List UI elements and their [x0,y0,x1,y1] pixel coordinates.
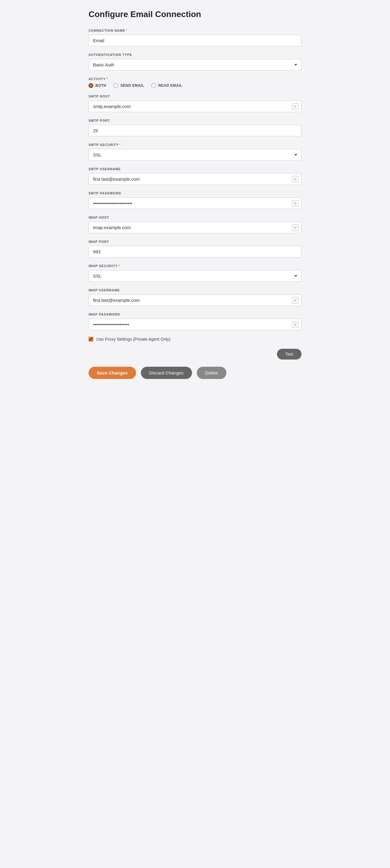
auth-type-select-wrapper: Basic Auth OAuth2 [89,59,301,70]
imap-username-input-wrapper: V [89,294,301,306]
test-button[interactable]: Test [277,349,301,360]
smtp-username-input-wrapper: V [89,173,301,185]
activity-group: ACTIVITY* BOTH SEND EMAIL READ EMAIL [89,77,301,88]
proxy-checkbox[interactable] [89,337,93,342]
imap-security-select-wrapper: SSL TLS None [89,270,301,282]
delete-button[interactable]: Delete [197,367,226,379]
proxy-settings-row: Use Proxy Settings (Private Agent Only) [89,337,301,342]
activity-radio-group: BOTH SEND EMAIL READ EMAIL [89,83,301,88]
smtp-username-variable-icon[interactable]: V [292,176,298,182]
smtp-password-input[interactable] [89,197,301,209]
smtp-username-group: SMTP USERNAME V [89,167,301,185]
smtp-security-group: SMTP SECURITY* SSL TLS None [89,143,301,161]
smtp-password-group: SMTP PASSWORD V [89,191,301,209]
required-asterisk: * [126,29,127,32]
auth-type-group: AUTHENTICATION TYPE Basic Auth OAuth2 [89,53,301,70]
activity-required: * [106,77,108,81]
test-button-row: Test [89,349,301,360]
imap-host-label: IMAP HOST [89,216,301,219]
smtp-host-group: SMTP HOST V [89,95,301,112]
imap-password-label: IMAP PASSWORD [89,313,301,316]
imap-username-group: IMAP USERNAME V [89,288,301,306]
imap-host-group: IMAP HOST V [89,216,301,233]
activity-both-radio[interactable] [89,83,93,88]
smtp-security-label: SMTP SECURITY* [89,143,301,147]
smtp-username-input[interactable] [89,173,301,185]
auth-type-label: AUTHENTICATION TYPE [89,53,301,57]
proxy-label[interactable]: Use Proxy Settings (Private Agent Only) [96,337,170,342]
connection-name-group: CONNECTION NAME* [89,29,301,46]
imap-username-label: IMAP USERNAME [89,288,301,292]
imap-password-input-wrapper: V [89,318,301,330]
activity-label: ACTIVITY* [89,77,301,81]
imap-password-variable-icon[interactable]: V [292,321,298,328]
auth-type-select[interactable]: Basic Auth OAuth2 [89,59,301,70]
imap-port-label: IMAP PORT [89,240,301,244]
imap-host-variable-icon[interactable]: V [292,224,298,231]
connection-name-label: CONNECTION NAME* [89,29,301,32]
smtp-password-input-wrapper: V [89,197,301,209]
discard-changes-button[interactable]: Discard Changes [141,367,192,379]
imap-password-input[interactable] [89,318,301,330]
activity-read-radio[interactable] [151,83,156,88]
imap-host-input-wrapper: V [89,222,301,233]
imap-username-variable-icon[interactable]: V [292,297,298,304]
imap-host-input[interactable] [89,222,301,233]
imap-username-input[interactable] [89,294,301,306]
smtp-security-required: * [119,143,121,147]
imap-security-select[interactable]: SSL TLS None [89,270,301,282]
smtp-host-variable-icon[interactable]: V [292,103,298,110]
smtp-username-label: SMTP USERNAME [89,167,301,171]
activity-send-label[interactable]: SEND EMAIL [113,83,144,88]
imap-port-group: IMAP PORT [89,240,301,257]
imap-security-required: * [118,264,120,268]
footer-buttons: Save Changes Discard Changes Delete [89,367,301,379]
imap-security-group: IMAP SECURITY* SSL TLS None [89,264,301,282]
page-container: Configure Email Connection CONNECTION NA… [82,0,308,868]
imap-security-label: IMAP SECURITY* [89,264,301,268]
smtp-security-select[interactable]: SSL TLS None [89,149,301,161]
smtp-host-label: SMTP HOST [89,95,301,98]
imap-port-input[interactable] [89,246,301,257]
smtp-port-label: SMTP PORT [89,119,301,122]
smtp-password-label: SMTP PASSWORD [89,191,301,195]
smtp-port-input[interactable] [89,125,301,136]
smtp-password-variable-icon[interactable]: V [292,200,298,207]
imap-password-group: IMAP PASSWORD V [89,313,301,330]
activity-send-radio[interactable] [113,83,118,88]
smtp-host-input-wrapper: V [89,100,301,112]
page-title: Configure Email Connection [89,9,301,19]
smtp-host-input[interactable] [89,100,301,112]
save-changes-button[interactable]: Save Changes [89,367,136,379]
smtp-security-select-wrapper: SSL TLS None [89,149,301,161]
activity-both-text: BOTH [95,84,106,88]
activity-read-label[interactable]: READ EMAIL [151,83,183,88]
activity-read-text: READ EMAIL [158,84,183,88]
activity-send-text: SEND EMAIL [120,84,144,88]
activity-both-label[interactable]: BOTH [89,83,106,88]
connection-name-input[interactable] [89,35,301,46]
smtp-port-group: SMTP PORT [89,119,301,136]
